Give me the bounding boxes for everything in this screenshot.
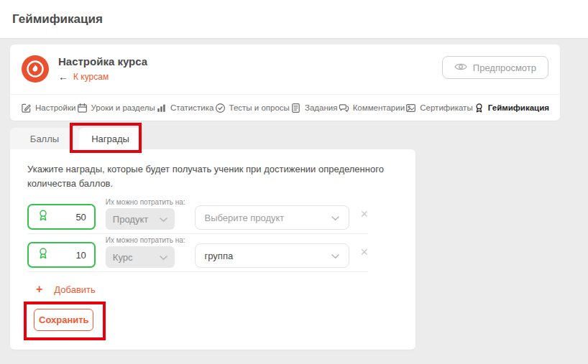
plus-icon: + (36, 284, 42, 295)
tab-points[interactable]: Баллы (10, 128, 79, 149)
eye-icon (454, 62, 467, 74)
nav-item-assignments[interactable]: Задания (290, 103, 337, 113)
remove-row-icon[interactable]: × (360, 207, 368, 220)
preview-button[interactable]: Предпросмотр (442, 56, 548, 79)
reward-target-value: группа (205, 251, 234, 261)
add-reward-label: Добавить (54, 284, 95, 295)
spend-type-value: Курс (113, 252, 133, 263)
nav-item-label: Статистика (170, 103, 213, 112)
preview-button-label: Предпросмотр (473, 62, 536, 73)
chevron-down-icon (160, 252, 167, 263)
chevron-down-icon (331, 213, 339, 223)
bar-chart-icon (156, 103, 167, 113)
nav-item-label: Тесты и опросы (229, 103, 290, 112)
save-area: Сохранить (24, 302, 398, 340)
spend-type-select[interactable]: Курс (106, 246, 175, 268)
reward-target-value: Выберите продукт (205, 213, 285, 223)
medal-icon (37, 209, 50, 225)
nav-item-label: Уроки и разделы (91, 103, 155, 112)
reward-target-select[interactable]: Выберите продукт (195, 205, 350, 230)
spend-type-value: Продукт (113, 214, 148, 225)
course-title: Настройка курса (58, 55, 147, 67)
nav-item-statistics[interactable]: Статистика (156, 103, 213, 113)
back-arrow-icon: ← (58, 72, 68, 82)
medal-icon (37, 247, 50, 263)
nav-item-certificates[interactable]: Сертификаты (405, 103, 472, 113)
course-meta: Настройка курса ← К курсам (58, 55, 147, 82)
check-circle-icon (215, 103, 226, 113)
course-settings-card: Настройка курса ← К курсам Предпросмотр (10, 45, 560, 121)
nav-item-settings[interactable]: Настройки (21, 103, 75, 113)
points-value: 50 (75, 212, 86, 223)
nav-item-label: Настройки (35, 103, 75, 112)
course-logo-icon (22, 55, 49, 83)
nav-item-label: Геймификация (488, 103, 549, 112)
points-value: 10 (75, 250, 86, 261)
certificate-icon (405, 103, 416, 113)
chevron-down-icon (331, 251, 339, 261)
nav-item-label: Комментарии (353, 103, 405, 112)
comments-icon (339, 103, 349, 113)
tab-rewards[interactable]: Награды (79, 128, 142, 149)
reward-row-2: 10 Их можно потратить на: Курс группа (27, 234, 368, 272)
spend-label: Их можно потратить на: (106, 198, 185, 206)
page-header: Геймификация (0, 0, 588, 38)
nav-item-lessons[interactable]: Уроки и разделы (77, 103, 155, 113)
nav-item-label: Задания (305, 103, 337, 112)
reward-rows: 50 Их можно потратить на: Продукт Выбери… (27, 196, 398, 272)
nav-item-gamification[interactable]: Геймификация (474, 103, 549, 113)
edit-icon (21, 103, 32, 113)
calendar-icon (77, 103, 88, 113)
course-nav: Настройки Уроки и разделы (10, 94, 560, 121)
nav-item-comments[interactable]: Комментарии (339, 103, 405, 113)
save-button[interactable]: Сохранить (34, 309, 93, 331)
remove-row-icon[interactable]: × (360, 246, 368, 258)
spend-type-select[interactable]: Продукт (106, 208, 175, 230)
reward-target-select[interactable]: группа (195, 243, 350, 268)
screen: Геймификация Настройка курса ← К курсам (0, 0, 588, 364)
course-card-top: Настройка курса ← К курсам Предпросмотр (10, 45, 560, 83)
spend-type-group: Их можно потратить на: Курс (106, 236, 185, 268)
medal-icon (474, 103, 484, 113)
points-input[interactable]: 50 (27, 204, 96, 230)
page-title: Геймификация (12, 12, 103, 27)
points-input[interactable]: 10 (27, 242, 96, 268)
chevron-down-icon (160, 214, 167, 225)
annotation-box-save: Сохранить (24, 302, 106, 340)
rewards-description: Укажите награды, которые будет получать … (27, 162, 404, 191)
reward-row-1: 50 Их можно потратить на: Продукт Выбери… (27, 196, 368, 234)
back-to-courses-link[interactable]: ← К курсам (58, 72, 147, 82)
spend-label: Их можно потратить на: (106, 236, 185, 244)
nav-item-label: Сертификаты (420, 103, 472, 112)
tab-strip: Баллы Награды (10, 128, 142, 149)
add-reward-link[interactable]: + Добавить (36, 284, 398, 295)
spend-type-group: Их можно потратить на: Продукт (106, 198, 185, 230)
tasks-icon (290, 103, 301, 113)
back-link-label: К курсам (73, 72, 109, 82)
rewards-panel: Укажите награды, которые будет получать … (10, 149, 415, 350)
nav-item-quizzes[interactable]: Тесты и опросы (215, 103, 290, 113)
